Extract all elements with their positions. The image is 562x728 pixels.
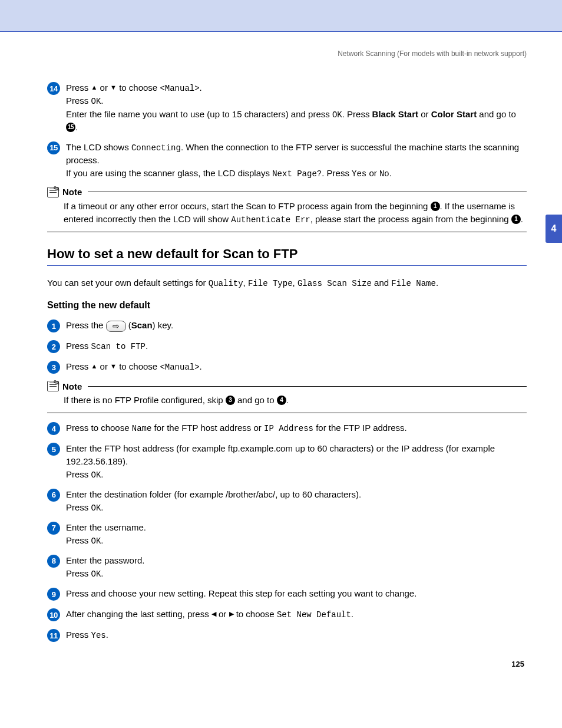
step-11-body: Press Yes. (66, 628, 527, 641)
text: If a timeout or any other error occurs, … (64, 201, 431, 211)
text: Press (66, 568, 91, 578)
step-4: 4 Press to choose Name for the FTP host … (47, 421, 527, 435)
text: Press (66, 535, 91, 545)
note-rule (88, 192, 527, 192)
page-content: Network Scanning (For models with built-… (0, 32, 562, 686)
text: to choose (117, 83, 160, 93)
text: . (101, 469, 103, 479)
running-header: Network Scanning (For models with built-… (47, 50, 527, 58)
text: . (200, 361, 202, 371)
text: ( (126, 320, 131, 330)
text: Press (66, 502, 91, 512)
note-block-2: Note If there is no FTP Profile configur… (47, 381, 527, 413)
intro-text: You can set your own default settings fo… (47, 276, 527, 289)
note-end-rule (47, 413, 527, 413)
text: , (243, 278, 248, 288)
note-block-1: Note If a timeout or any other error occ… (47, 187, 527, 232)
text: If there is no FTP Profile configured, s… (64, 395, 226, 405)
step-2-body: Press Scan to FTP. (66, 340, 527, 353)
step-3-body: Press ▲ or ▼ to choose <Manual>. (66, 360, 527, 373)
note-body: If there is no FTP Profile configured, s… (64, 394, 527, 407)
text: Press (66, 361, 91, 371)
text: . (389, 168, 392, 178)
literal: File Type (248, 279, 293, 288)
text: . (436, 278, 438, 288)
text: Enter the destination folder (for exampl… (66, 489, 361, 499)
literal: <Manual> (160, 84, 199, 93)
note-label: Note (62, 187, 82, 197)
text: Press and choose your new setting. Repea… (66, 588, 416, 598)
literal: <Manual> (160, 363, 199, 372)
literal: Yes (352, 169, 366, 179)
step-10-body: After changing the last setting, press ◀… (66, 608, 527, 621)
text: for the FTP host address or (151, 423, 264, 433)
page-number: 125 (47, 660, 527, 668)
step-1: 1 Press the ⇨ (Scan) key. (47, 319, 527, 332)
ref-badge-3: 3 (226, 396, 235, 405)
step-7: 7 Enter the username. Press OK. (47, 521, 527, 547)
literal: No (379, 169, 389, 179)
ref-badge-4: 4 (277, 396, 286, 405)
step-badge-9: 9 (47, 588, 60, 601)
step-badge-4: 4 (47, 422, 60, 435)
ref-badge-1b: 1 (511, 215, 521, 224)
note-label: Note (62, 381, 82, 391)
step-6: 6 Enter the destination folder (for exam… (47, 488, 527, 514)
literal: OK (91, 536, 101, 546)
note-rule (88, 386, 527, 387)
text: Press (66, 95, 91, 106)
step-11: 11 Press Yes. (47, 628, 527, 642)
literal: OK (91, 470, 101, 480)
text: . (146, 341, 148, 351)
step-badge-11: 11 (47, 629, 60, 642)
text: Black Start (372, 109, 418, 119)
section-heading: How to set a new default for Scan to FTP (47, 246, 527, 262)
text: , please start the process again from th… (310, 214, 511, 224)
text: Press (66, 630, 91, 640)
step-14: 14 Press ▲ or ▼ to choose <Manual>. Pres… (47, 81, 527, 134)
text: or (97, 361, 110, 371)
step-badge-1: 1 (47, 319, 60, 332)
text: . (200, 83, 202, 93)
step-15: 15 The LCD shows Connecting. When the co… (47, 141, 527, 180)
text: . (101, 502, 103, 512)
note-head: Note (47, 187, 527, 197)
step-8: 8 Enter the password. Press OK. (47, 554, 527, 580)
up-arrow-icon: ▲ (91, 83, 98, 93)
note-end-rule (47, 232, 527, 232)
note-icon (47, 381, 59, 391)
top-bar (0, 0, 562, 32)
step-badge-15: 15 (47, 141, 60, 154)
note-body: If a timeout or any other error occurs, … (64, 200, 527, 226)
literal: OK (332, 110, 342, 120)
text: and (372, 278, 391, 288)
text: . (351, 609, 353, 619)
step-8-body: Enter the password. Press OK. (66, 554, 527, 580)
literal: OK (91, 569, 101, 579)
step-3: 3 Press ▲ or ▼ to choose <Manual>. (47, 360, 527, 374)
step-15-body: The LCD shows Connecting. When the conne… (66, 141, 527, 180)
literal: Next Page? (272, 169, 322, 179)
literal: Yes (91, 631, 106, 640)
text: Press to choose (66, 423, 132, 433)
text: or (366, 168, 379, 178)
text: Press the (66, 320, 106, 330)
chapter-tab: 4 (546, 215, 562, 243)
step-badge-7: 7 (47, 522, 60, 535)
step-badge-8: 8 (47, 555, 60, 568)
step-2: 2 Press Scan to FTP. (47, 340, 527, 353)
ref-badge-1: 1 (431, 202, 440, 211)
literal: Glass Scan Size (297, 279, 372, 288)
text: Color Start (431, 109, 477, 119)
step-7-body: Enter the username. Press OK. (66, 521, 527, 547)
text: or (216, 609, 229, 619)
step-6-body: Enter the destination folder (for exampl… (66, 488, 527, 514)
step-1-body: Press the ⇨ (Scan) key. (66, 319, 527, 332)
step-5-body: Enter the FTP host address (for example … (66, 442, 527, 481)
literal: Quality (209, 279, 243, 288)
step-5: 5 Enter the FTP host address (for exampl… (47, 442, 527, 481)
subsection-heading: Setting the new default (47, 300, 527, 311)
text: . Press (322, 168, 352, 178)
literal: File Name (391, 279, 436, 288)
text: ) key. (153, 320, 174, 330)
